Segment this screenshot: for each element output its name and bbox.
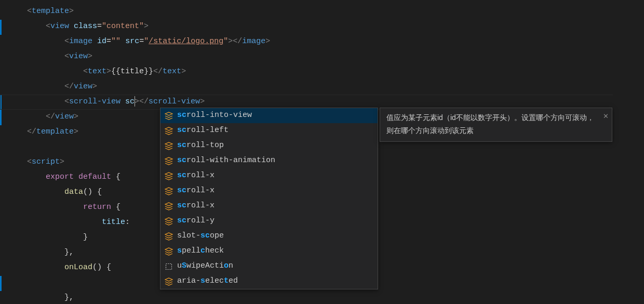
- snippet-icon: [165, 262, 173, 271]
- suggestion-label: scroll-top: [177, 138, 224, 153]
- suggestion-item[interactable]: scroll-with-animation: [160, 153, 378, 168]
- field-icon: [165, 112, 173, 120]
- svg-rect-0: [166, 263, 172, 269]
- doc-tooltip-text: 值应为某子元素id（id不能以数字开头）。设置哪个方向可滚动，则在哪个方向滚动到…: [386, 113, 594, 135]
- suggestion-label: scroll-y: [177, 214, 214, 229]
- minimap[interactable]: [613, 0, 644, 304]
- suggestion-item[interactable]: scroll-x: [160, 168, 378, 183]
- suggestion-item[interactable]: slot-scope: [160, 229, 378, 244]
- suggestion-label: slot-scope: [177, 229, 224, 244]
- code-line[interactable]: },: [8, 290, 644, 304]
- field-icon: [165, 187, 173, 195]
- suggestion-item[interactable]: scroll-left: [160, 123, 378, 138]
- field-icon: [165, 217, 173, 226]
- field-icon: [165, 172, 173, 180]
- suggestion-label: uSwipeAction: [177, 259, 233, 274]
- suggestion-label: scroll-left: [177, 123, 229, 138]
- suggestion-item[interactable]: spellcheck: [160, 244, 378, 259]
- close-icon[interactable]: ✕: [603, 110, 609, 122]
- suggestion-label: scroll-x: [177, 168, 214, 183]
- suggestion-label: scroll-with-animation: [177, 153, 275, 168]
- code-line[interactable]: <text>{{title}}</text>: [8, 64, 644, 80]
- suggestion-label: scroll-x: [177, 199, 214, 214]
- suggestion-label: scroll-into-view: [177, 108, 252, 123]
- field-icon: [165, 247, 173, 256]
- code-line[interactable]: </view>: [8, 80, 644, 95]
- suggestion-label: aria-selected: [177, 274, 238, 289]
- code-line[interactable]: <view>: [8, 49, 644, 64]
- field-icon: [165, 142, 173, 150]
- suggestion-item[interactable]: aria-selected: [160, 274, 378, 289]
- suggestion-item[interactable]: scroll-y: [160, 214, 378, 229]
- suggestion-doc-tooltip: 值应为某子元素id（id不能以数字开头）。设置哪个方向可滚动，则在哪个方向滚动到…: [380, 108, 612, 142]
- code-line[interactable]: <image id="" src="/static/logo.png"></im…: [8, 34, 644, 49]
- field-icon: [165, 202, 173, 210]
- autocomplete-popup[interactable]: scroll-into-viewscroll-leftscroll-topscr…: [160, 108, 378, 289]
- field-icon: [165, 157, 173, 165]
- suggestion-label: spellcheck: [177, 244, 224, 259]
- field-icon: [165, 127, 173, 135]
- suggestion-item[interactable]: scroll-x: [160, 199, 378, 214]
- suggestion-item[interactable]: scroll-into-view: [160, 108, 378, 123]
- suggestion-label: scroll-x: [177, 183, 214, 199]
- suggestion-item[interactable]: scroll-top: [160, 138, 378, 153]
- code-line[interactable]: <view class="content">: [8, 19, 644, 34]
- code-line[interactable]: <template>: [8, 4, 644, 19]
- suggestion-item[interactable]: scroll-x: [160, 183, 378, 199]
- field-icon: [165, 277, 173, 286]
- field-icon: [165, 232, 173, 241]
- suggestion-item[interactable]: uSwipeAction: [160, 259, 378, 274]
